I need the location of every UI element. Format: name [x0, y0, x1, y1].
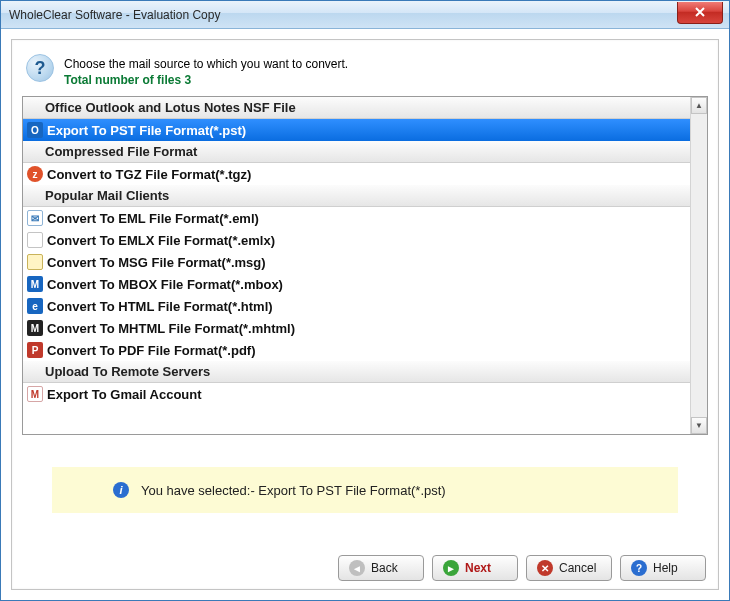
button-label: Next: [465, 561, 491, 575]
close-icon: [694, 7, 706, 17]
group-compressed: Compressed File Format: [23, 141, 690, 163]
format-list: Office Outlook and Lotus Notes NSF File …: [22, 96, 708, 435]
cancel-icon: ✕: [537, 560, 553, 576]
window-title: WholeClear Software - Evaluation Copy: [9, 8, 677, 22]
content-wrapper: ? Choose the mail source to which you wa…: [1, 29, 729, 600]
back-button[interactable]: ◄ Back: [338, 555, 424, 581]
close-button[interactable]: [677, 2, 723, 24]
mbox-icon: M: [27, 276, 43, 292]
item-pdf[interactable]: P Convert To PDF File Format(*.pdf): [23, 339, 690, 361]
group-label: Compressed File Format: [45, 144, 197, 159]
item-emlx[interactable]: ✉ Convert To EMLX File Format(*.emlx): [23, 229, 690, 251]
item-label: Convert to TGZ File Format(*.tgz): [47, 167, 251, 182]
group-remote: Upload To Remote Servers: [23, 361, 690, 383]
header-row: ? Choose the mail source to which you wa…: [22, 50, 708, 96]
button-label: Help: [653, 561, 678, 575]
selection-info: i You have selected:- Export To PST File…: [52, 467, 678, 513]
item-label: Export To Gmail Account: [47, 387, 202, 402]
pdf-icon: P: [27, 342, 43, 358]
group-label: Upload To Remote Servers: [45, 364, 210, 379]
app-window: WholeClear Software - Evaluation Copy ? …: [0, 0, 730, 601]
item-tgz[interactable]: z Convert to TGZ File Format(*.tgz): [23, 163, 690, 185]
header-text: Choose the mail source to which you want…: [64, 54, 348, 88]
scrollbar[interactable]: ▲ ▼: [690, 97, 707, 434]
pst-icon: O: [27, 122, 43, 138]
back-icon: ◄: [349, 560, 365, 576]
group-label: Office Outlook and Lotus Notes NSF File: [45, 100, 296, 115]
selection-info-text: You have selected:- Export To PST File F…: [141, 483, 446, 498]
msg-icon: [27, 254, 43, 270]
item-label: Convert To MSG File Format(*.msg): [47, 255, 266, 270]
item-mhtml[interactable]: M Convert To MHTML File Format(*.mhtml): [23, 317, 690, 339]
help-icon: ?: [631, 560, 647, 576]
next-button[interactable]: ► Next: [432, 555, 518, 581]
group-popular: Popular Mail Clients: [23, 185, 690, 207]
button-label: Back: [371, 561, 398, 575]
item-label: Convert To MBOX File Format(*.mbox): [47, 277, 283, 292]
eml-icon: ✉: [27, 210, 43, 226]
item-label: Convert To PDF File Format(*.pdf): [47, 343, 255, 358]
help-button[interactable]: ? Help: [620, 555, 706, 581]
format-list-body: Office Outlook and Lotus Notes NSF File …: [23, 97, 690, 434]
question-icon: ?: [26, 54, 54, 82]
scroll-up-button[interactable]: ▲: [691, 97, 707, 114]
item-gmail[interactable]: M Export To Gmail Account: [23, 383, 690, 405]
emlx-icon: ✉: [27, 232, 43, 248]
item-eml[interactable]: ✉ Convert To EML File Format(*.eml): [23, 207, 690, 229]
cancel-button[interactable]: ✕ Cancel: [526, 555, 612, 581]
item-mbox[interactable]: M Convert To MBOX File Format(*.mbox): [23, 273, 690, 295]
tgz-icon: z: [27, 166, 43, 182]
mhtml-icon: M: [27, 320, 43, 336]
item-msg[interactable]: Convert To MSG File Format(*.msg): [23, 251, 690, 273]
button-label: Cancel: [559, 561, 596, 575]
next-icon: ►: [443, 560, 459, 576]
scroll-track[interactable]: [691, 114, 707, 417]
item-label: Convert To EMLX File Format(*.emlx): [47, 233, 275, 248]
header-prompt: Choose the mail source to which you want…: [64, 56, 348, 72]
html-icon: e: [27, 298, 43, 314]
group-outlook-nsf: Office Outlook and Lotus Notes NSF File: [23, 97, 690, 119]
titlebar: WholeClear Software - Evaluation Copy: [1, 1, 729, 29]
group-label: Popular Mail Clients: [45, 188, 169, 203]
item-label: Convert To MHTML File Format(*.mhtml): [47, 321, 295, 336]
item-label: Convert To HTML File Format(*.html): [47, 299, 273, 314]
item-html[interactable]: e Convert To HTML File Format(*.html): [23, 295, 690, 317]
header-subtext: Total number of files 3: [64, 72, 348, 88]
item-label: Convert To EML File Format(*.eml): [47, 211, 259, 226]
item-pst[interactable]: O Export To PST File Format(*.pst): [23, 119, 690, 141]
gmail-icon: M: [27, 386, 43, 402]
scroll-down-button[interactable]: ▼: [691, 417, 707, 434]
info-icon: i: [113, 482, 129, 498]
inner-frame: ? Choose the mail source to which you wa…: [11, 39, 719, 590]
item-label: Export To PST File Format(*.pst): [47, 123, 246, 138]
wizard-buttons: ◄ Back ► Next ✕ Cancel ? Help: [22, 551, 708, 581]
